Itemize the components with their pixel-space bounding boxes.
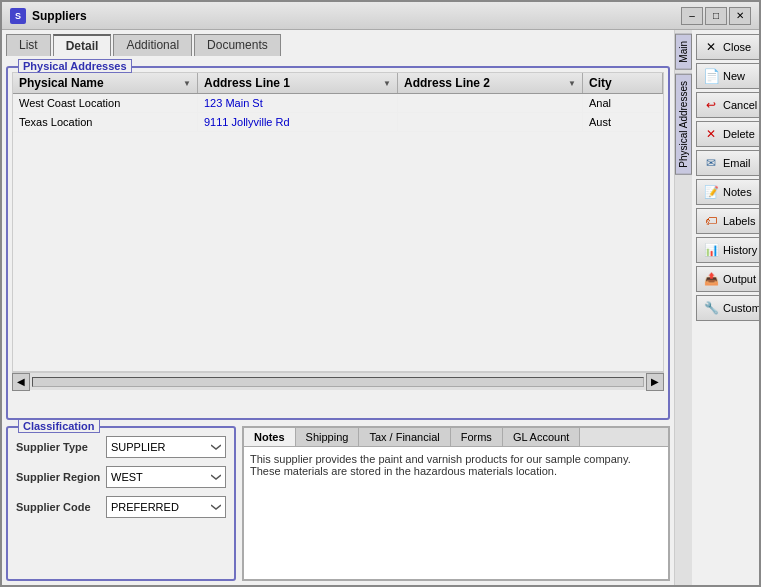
main-content: List Detail Additional Documents Physica… (2, 30, 759, 585)
cancel-icon: ↩ (703, 97, 719, 113)
table-row[interactable]: Texas Location 9111 Jollyville Rd Aust (13, 113, 663, 132)
col-header-addr1[interactable]: Address Line 1 ▼ (198, 73, 398, 93)
tab-forms[interactable]: Forms (451, 428, 503, 446)
main-window: S Suppliers – □ ✕ List Detail Additional… (0, 0, 761, 587)
tab-shipping[interactable]: Shipping (296, 428, 360, 446)
supplier-type-label: Supplier Type (16, 441, 106, 453)
tab-notes[interactable]: Notes (244, 428, 296, 446)
cancel-label: Cancel (723, 99, 757, 111)
supplier-code-label: Supplier Code (16, 501, 106, 513)
cell-city-0: Anal (583, 94, 663, 112)
scroll-right-button[interactable]: ▶ (646, 373, 664, 391)
customize-label: Customize (723, 302, 759, 314)
main-tabs: List Detail Additional Documents (6, 34, 670, 56)
physical-addresses-section: Physical Addresses Physical Name ▼ Addre… (6, 66, 670, 420)
new-label: New (723, 70, 745, 82)
cell-addr1-1: 9111 Jollyville Rd (198, 113, 398, 131)
cancel-button[interactable]: ↩ Cancel (696, 92, 759, 118)
supplier-type-row: Supplier Type SUPPLIER VENDOR CONTRACTOR (16, 436, 226, 458)
email-button[interactable]: ✉ Email (696, 150, 759, 176)
maximize-button[interactable]: □ (705, 7, 727, 25)
vertical-tab-physical-addresses[interactable]: Physical Addresses (675, 74, 692, 175)
supplier-type-select[interactable]: SUPPLIER VENDOR CONTRACTOR (106, 436, 226, 458)
notes-icon: 📝 (703, 184, 719, 200)
notes-label: Notes (723, 186, 752, 198)
tab-tax-financial[interactable]: Tax / Financial (359, 428, 450, 446)
supplier-code-select[interactable]: PREFERRED STANDARD VIP (106, 496, 226, 518)
supplier-region-row: Supplier Region WEST EAST NORTH SOUTH (16, 466, 226, 488)
supplier-code-row: Supplier Code PREFERRED STANDARD VIP (16, 496, 226, 518)
email-icon: ✉ (703, 155, 719, 171)
email-label: Email (723, 157, 751, 169)
close-button[interactable]: ✕ Close (696, 34, 759, 60)
title-buttons: – □ ✕ (681, 7, 751, 25)
cell-name-0: West Coast Location (13, 94, 198, 112)
delete-icon: ✕ (703, 126, 719, 142)
cell-addr2-1 (398, 113, 583, 131)
table-header: Physical Name ▼ Address Line 1 ▼ Address… (13, 73, 663, 94)
output-button[interactable]: 📤 Output (696, 266, 759, 292)
app-icon: S (10, 8, 26, 24)
new-icon: 📄 (703, 68, 719, 84)
tab-documents[interactable]: Documents (194, 34, 281, 56)
right-sidebar: ✕ Close 📄 New ↩ Cancel ✕ Delete ✉ Email … (692, 30, 759, 585)
vertical-tabs-area: Main Physical Addresses (674, 30, 692, 585)
addresses-table-container[interactable]: Physical Name ▼ Address Line 1 ▼ Address… (12, 72, 664, 372)
bottom-area: Classification Supplier Type SUPPLIER VE… (6, 426, 670, 581)
customize-icon: 🔧 (703, 300, 719, 316)
close-icon: ✕ (703, 39, 719, 55)
table-row[interactable]: West Coast Location 123 Main St Anal (13, 94, 663, 113)
col-header-physical-name[interactable]: Physical Name ▼ (13, 73, 198, 93)
output-label: Output (723, 273, 756, 285)
tab-detail[interactable]: Detail (53, 34, 112, 56)
title-bar: S Suppliers – □ ✕ (2, 2, 759, 30)
labels-icon: 🏷 (703, 213, 719, 229)
notes-text: This supplier provides the paint and var… (244, 447, 668, 579)
col-arrow-addr1: ▼ (383, 79, 391, 88)
physical-addresses-label: Physical Addresses (18, 59, 132, 73)
history-label: History (723, 244, 757, 256)
vertical-tab-main[interactable]: Main (675, 34, 692, 70)
notes-button[interactable]: 📝 Notes (696, 179, 759, 205)
delete-label: Delete (723, 128, 755, 140)
new-button[interactable]: 📄 New (696, 63, 759, 89)
notes-panel: Notes Shipping Tax / Financial Forms GL … (242, 426, 670, 581)
tab-gl-account[interactable]: GL Account (503, 428, 580, 446)
col-arrow-addr2: ▼ (568, 79, 576, 88)
output-icon: 📤 (703, 271, 719, 287)
close-label: Close (723, 41, 751, 53)
supplier-region-label: Supplier Region (16, 471, 106, 483)
supplier-region-select[interactable]: WEST EAST NORTH SOUTH (106, 466, 226, 488)
classification-section: Classification Supplier Type SUPPLIER VE… (6, 426, 236, 581)
classification-label: Classification (18, 419, 100, 433)
delete-button[interactable]: ✕ Delete (696, 121, 759, 147)
notes-tabs: Notes Shipping Tax / Financial Forms GL … (244, 428, 668, 447)
col-header-city[interactable]: City (583, 73, 663, 93)
history-icon: 📊 (703, 242, 719, 258)
horizontal-scrollbar[interactable]: ◀ ▶ (12, 372, 664, 390)
left-area: List Detail Additional Documents Physica… (2, 30, 674, 585)
col-header-addr2[interactable]: Address Line 2 ▼ (398, 73, 583, 93)
customize-button[interactable]: 🔧 Customize (696, 295, 759, 321)
title-bar-left: S Suppliers (10, 8, 87, 24)
labels-label: Labels (723, 215, 755, 227)
cell-name-1: Texas Location (13, 113, 198, 131)
window-title: Suppliers (32, 9, 87, 23)
tab-list[interactable]: List (6, 34, 51, 56)
cell-addr2-0 (398, 94, 583, 112)
cell-city-1: Aust (583, 113, 663, 131)
tab-additional[interactable]: Additional (113, 34, 192, 56)
cell-addr1-0: 123 Main St (198, 94, 398, 112)
history-button[interactable]: 📊 History (696, 237, 759, 263)
scroll-left-button[interactable]: ◀ (12, 373, 30, 391)
scroll-track[interactable] (32, 377, 644, 387)
labels-button[interactable]: 🏷 Labels (696, 208, 759, 234)
window-close-button[interactable]: ✕ (729, 7, 751, 25)
minimize-button[interactable]: – (681, 7, 703, 25)
col-arrow-physical-name: ▼ (183, 79, 191, 88)
